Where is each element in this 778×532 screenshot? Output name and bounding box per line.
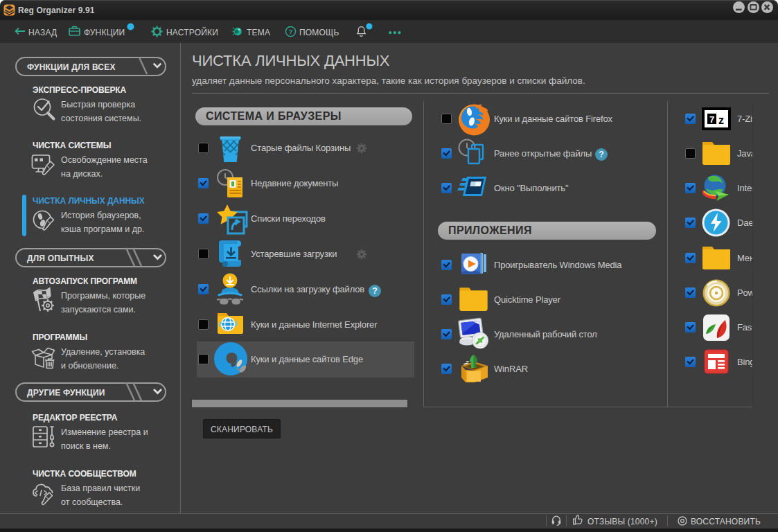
svg-text:?: ? <box>599 150 604 159</box>
svg-text:?: ? <box>372 286 378 296</box>
svg-text:?: ? <box>289 28 293 35</box>
svg-text:7: 7 <box>709 114 714 125</box>
svg-text:z: z <box>718 114 724 126</box>
